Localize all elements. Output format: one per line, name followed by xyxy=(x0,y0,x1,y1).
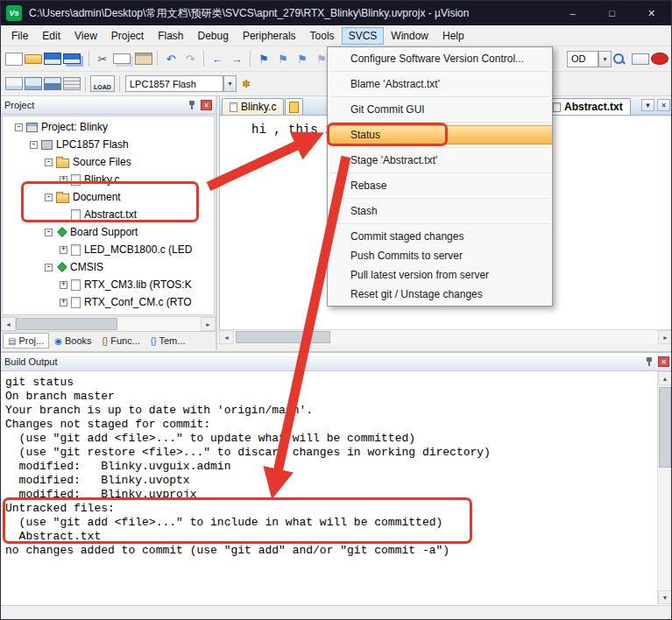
menu-project[interactable]: Project xyxy=(104,27,151,45)
scroll-left-icon[interactable]: ◄ xyxy=(1,317,16,331)
svcs-menu-item-commit-staged-changes[interactable]: Commit staged changes xyxy=(328,227,552,246)
open-file-icon[interactable] xyxy=(25,54,42,64)
pin-icon[interactable] xyxy=(187,100,197,110)
find-dropdown-icon[interactable]: ▾ xyxy=(598,51,612,67)
target-options-icon[interactable]: ✽ xyxy=(237,74,255,94)
bookmark-toggle-icon[interactable]: ⚑ xyxy=(255,49,272,68)
menu-help[interactable]: Help xyxy=(435,27,471,45)
editor-hscrollbar[interactable]: ◄ ► xyxy=(219,329,672,344)
project-close-icon[interactable]: ✕ xyxy=(201,100,212,110)
build-output-close-icon[interactable]: ✕ xyxy=(658,356,669,367)
rebuild-icon[interactable] xyxy=(44,77,61,90)
close-button[interactable]: ✕ xyxy=(632,1,671,25)
maximize-button[interactable]: □ xyxy=(592,1,632,25)
svcs-menu-item-reset-git-unstage-changes[interactable]: Reset git / Unstage changes xyxy=(328,285,552,304)
tab-blinky-c[interactable]: Blinky.c xyxy=(222,98,284,115)
tree-item-led-mcb1800-c-led[interactable]: +LED_MCB1800.c (LED xyxy=(3,241,214,258)
menu-window[interactable]: Window xyxy=(384,27,435,45)
minimize-button[interactable]: – xyxy=(553,1,592,25)
svcs-menu-item-configure-software-version-control[interactable]: Configure Software Version Control... xyxy=(328,49,552,68)
build-output-vscroll-track[interactable] xyxy=(658,385,672,590)
expand-icon[interactable]: + xyxy=(60,281,67,289)
tree-item-document[interactable]: -Document xyxy=(3,188,214,206)
navigate-forward-icon[interactable]: → xyxy=(228,49,245,68)
translate-icon[interactable] xyxy=(5,77,23,90)
tree-item-abstract-txt[interactable]: Abstract.txt xyxy=(3,206,214,223)
build-output-lines[interactable]: git statusOn branch masterYour branch is… xyxy=(3,371,656,603)
target-dropdown-icon[interactable]: ▾ xyxy=(223,75,237,92)
menu-file[interactable]: File xyxy=(4,27,35,45)
svcs-menu-item-rebase[interactable]: Rebase xyxy=(328,176,552,195)
build-icon[interactable] xyxy=(25,77,42,90)
tree-item-blinky-c[interactable]: +Blinky.c xyxy=(3,171,214,188)
navigate-back-icon[interactable]: ← xyxy=(209,49,226,68)
tree-item-rtx-conf-cm-c-rto[interactable]: +RTX_Conf_CM.c (RTO xyxy=(3,293,214,311)
tab-hidden-stub[interactable] xyxy=(285,98,303,115)
panel-tab-func[interactable]: {}Func... xyxy=(97,333,145,349)
project-hscroll-thumb[interactable] xyxy=(16,318,117,330)
menu-view[interactable]: View xyxy=(67,27,104,45)
panel-tab-proj[interactable]: ▤Proj... xyxy=(3,333,49,349)
menu-tools[interactable]: Tools xyxy=(303,27,342,45)
project-hscrollbar[interactable]: ◄ ► xyxy=(1,316,216,331)
save-icon[interactable] xyxy=(44,53,61,65)
panel-tab-books[interactable]: ◉Books xyxy=(49,333,96,349)
tree-item-lpc1857-flash[interactable]: -LPC1857 Flash xyxy=(3,136,214,153)
expand-icon[interactable]: + xyxy=(60,176,67,184)
new-file-icon[interactable] xyxy=(5,53,23,66)
panel-tab-tem[interactable]: {}Tem... xyxy=(145,333,191,349)
bookmark-next-icon[interactable]: ⚑ xyxy=(294,49,311,68)
scroll-left-icon[interactable]: ◄ xyxy=(219,330,234,344)
editor-hscroll-track[interactable] xyxy=(234,330,658,344)
menu-edit[interactable]: Edit xyxy=(35,27,67,45)
scroll-down-icon[interactable]: ▼ xyxy=(658,590,672,604)
build-output-vscrollbar[interactable]: ▲ ▼ xyxy=(657,371,672,604)
svcs-menu-item-git-commit-gui[interactable]: Git Commit GUI xyxy=(328,100,552,119)
svcs-menu-item-stage-abstract-txt[interactable]: Stage 'Abstract.txt' xyxy=(328,151,552,170)
expand-icon[interactable]: + xyxy=(60,299,67,306)
tree-item-rtx-cm3-lib-rtos-k[interactable]: +RTX_CM3.lib (RTOS:K xyxy=(3,276,214,293)
tab-close-icon[interactable]: ✕ xyxy=(657,99,670,111)
bookmark-prev-icon[interactable]: ⚑ xyxy=(274,49,292,68)
find-combo[interactable]: OD xyxy=(567,51,598,67)
undo-icon[interactable]: ↶ xyxy=(162,49,180,68)
paste-icon[interactable] xyxy=(135,53,152,65)
scroll-right-icon[interactable]: ► xyxy=(658,330,672,344)
collapse-icon[interactable]: - xyxy=(45,229,53,236)
collapse-icon[interactable]: - xyxy=(45,194,53,201)
load-icon[interactable]: LOAD xyxy=(90,75,115,92)
configure-icon[interactable] xyxy=(632,53,649,65)
expand-icon[interactable]: + xyxy=(60,246,67,254)
build-output-vscroll-thumb[interactable] xyxy=(659,387,671,468)
menu-peripherals[interactable]: Peripherals xyxy=(236,27,303,45)
tree-item-cmsis[interactable]: -CMSIS xyxy=(3,258,214,276)
save-all-icon[interactable] xyxy=(63,53,81,64)
target-select[interactable]: LPC1857 Flash xyxy=(125,75,223,92)
cut-icon[interactable]: ✂ xyxy=(94,49,111,68)
collapse-icon[interactable]: - xyxy=(45,159,53,166)
tab-abstract-txt[interactable]: Abstract.txt xyxy=(545,98,631,115)
scroll-up-icon[interactable]: ▲ xyxy=(658,371,672,385)
svcs-menu-item-push-commits-to-server[interactable]: Push Commits to server xyxy=(328,246,552,265)
batch-build-icon[interactable] xyxy=(63,77,81,90)
svcs-menu-item-blame-abstract-txt[interactable]: Blame 'Abstract.txt' xyxy=(328,74,552,94)
scroll-right-icon[interactable]: ► xyxy=(201,317,216,331)
find-in-files-icon[interactable] xyxy=(612,53,630,66)
svcs-menu-item-pull-latest-version-from-server[interactable]: Pull latest version from server xyxy=(328,265,552,285)
collapse-icon[interactable]: - xyxy=(15,123,23,131)
project-hscroll-track[interactable] xyxy=(16,317,201,331)
menu-flash[interactable]: Flash xyxy=(151,27,190,45)
redo-icon[interactable]: ↷ xyxy=(181,49,199,68)
tree-item-project-blinky[interactable]: -Project: Blinky xyxy=(3,118,214,136)
collapse-icon[interactable]: - xyxy=(30,141,38,149)
tree-item-item[interactable]: + xyxy=(3,311,214,315)
tree-item-board-support[interactable]: -Board Support xyxy=(3,223,214,241)
menu-debug[interactable]: Debug xyxy=(191,27,236,45)
menu-svcs[interactable]: SVCS xyxy=(342,27,385,45)
editor-hscroll-thumb[interactable] xyxy=(236,331,330,343)
tab-list-dropdown-icon[interactable]: ▼ xyxy=(641,99,654,111)
copy-icon[interactable] xyxy=(113,53,131,64)
svcs-menu-item-status[interactable]: Status xyxy=(328,125,552,144)
help-icon[interactable] xyxy=(651,53,668,65)
tree-item-source-files[interactable]: -Source Files xyxy=(3,153,214,171)
